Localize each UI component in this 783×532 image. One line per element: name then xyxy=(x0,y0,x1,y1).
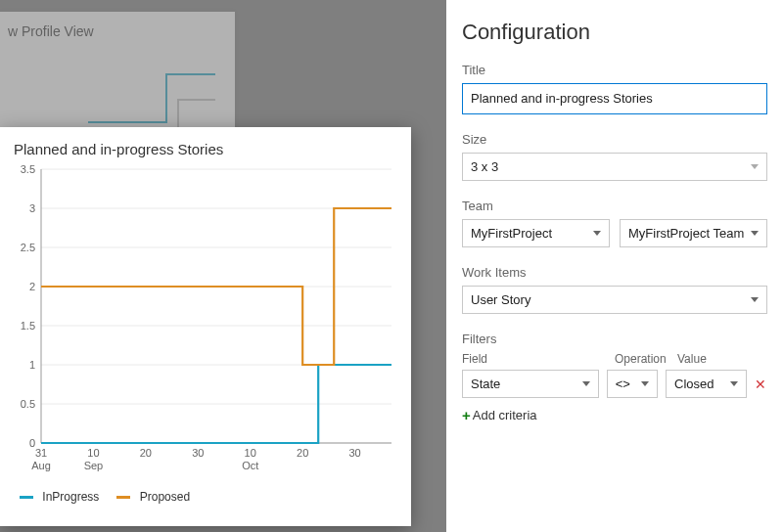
team-project-select[interactable]: MyFirstProject xyxy=(462,219,610,247)
add-criteria-button[interactable]: + Add criteria xyxy=(462,408,537,422)
chevron-down-icon xyxy=(730,381,738,386)
svg-text:Oct: Oct xyxy=(242,460,258,471)
chevron-down-icon xyxy=(641,381,649,386)
chevron-down-icon xyxy=(582,381,590,386)
svg-text:30: 30 xyxy=(192,447,204,459)
chevron-down-icon xyxy=(751,164,759,169)
panel-heading: Configuration xyxy=(462,20,767,45)
svg-text:2.5: 2.5 xyxy=(21,242,35,253)
configuration-panel: Configuration Title Size 3 x 3 Team MyFi… xyxy=(446,0,783,532)
filters-col-operation: Operation xyxy=(615,352,668,366)
legend-item-proposed: Proposed xyxy=(116,490,190,504)
svg-text:1: 1 xyxy=(29,359,35,371)
filter-value-select[interactable]: Closed xyxy=(666,370,747,398)
filter-operation-value: <> xyxy=(616,377,630,391)
title-field-group: Title xyxy=(462,63,767,114)
size-select[interactable]: 3 x 3 xyxy=(462,153,767,181)
svg-text:30: 30 xyxy=(348,447,360,459)
title-input[interactable] xyxy=(462,83,767,114)
legend-label-inprogress: InProgress xyxy=(42,490,99,504)
chevron-down-icon xyxy=(751,231,759,236)
chart-area: 00.511.522.533.531Aug10Sep203010Oct2030 xyxy=(14,163,397,482)
svg-text:10: 10 xyxy=(245,447,256,459)
size-label: Size xyxy=(462,132,767,147)
svg-text:31: 31 xyxy=(35,447,47,459)
filter-row: State <> Closed ✕ xyxy=(462,370,767,398)
filter-value-value: Closed xyxy=(674,377,714,391)
svg-text:20: 20 xyxy=(297,447,308,459)
team-field-group: Team MyFirstProject MyFirstProject Team xyxy=(462,199,767,247)
filters-group: Filters Field Operation Value State <> C… xyxy=(462,332,767,424)
legend-label-proposed: Proposed xyxy=(140,490,190,504)
filters-label: Filters xyxy=(462,332,767,346)
line-chart: 00.511.522.533.531Aug10Sep203010Oct2030 xyxy=(14,163,397,482)
team-project-value: MyFirstProject xyxy=(471,226,552,241)
filter-field-select[interactable]: State xyxy=(462,370,599,398)
workitems-value: User Story xyxy=(471,292,530,307)
team-label: Team xyxy=(462,199,767,213)
svg-text:3.5: 3.5 xyxy=(21,163,35,175)
svg-text:10: 10 xyxy=(87,447,99,459)
size-field-group: Size 3 x 3 xyxy=(462,132,767,181)
svg-text:3: 3 xyxy=(29,202,35,214)
title-label: Title xyxy=(462,63,767,77)
widget-preview-card: Planned and in-progress Stories 00.511.5… xyxy=(0,127,411,526)
dashboard-area: w Profile View Planned and in-progress S… xyxy=(0,0,446,532)
preview-chart-title: Planned and in-progress Stories xyxy=(14,141,397,157)
team-name-select[interactable]: MyFirstProject Team xyxy=(620,219,767,247)
filter-operation-select[interactable]: <> xyxy=(607,370,658,398)
team-name-value: MyFirstProject Team xyxy=(628,226,744,241)
svg-text:0.5: 0.5 xyxy=(21,398,35,410)
svg-text:1.5: 1.5 xyxy=(21,320,35,332)
legend-item-inprogress: InProgress xyxy=(20,490,99,504)
svg-text:Sep: Sep xyxy=(84,460,104,471)
remove-filter-button[interactable]: ✕ xyxy=(755,377,767,392)
chevron-down-icon xyxy=(751,297,759,302)
workitems-label: Work Items xyxy=(462,265,767,280)
svg-text:20: 20 xyxy=(140,447,152,459)
size-select-value: 3 x 3 xyxy=(471,159,498,174)
filter-field-value: State xyxy=(471,377,500,391)
svg-text:Aug: Aug xyxy=(31,460,51,471)
workitems-field-group: Work Items User Story xyxy=(462,265,767,314)
chevron-down-icon xyxy=(593,231,601,236)
filters-columns-header: Field Operation Value xyxy=(462,352,767,366)
plus-icon: + xyxy=(462,409,471,421)
filters-col-field: Field xyxy=(462,352,605,366)
svg-text:2: 2 xyxy=(29,281,35,292)
legend-swatch-inprogress xyxy=(20,496,33,499)
chart-legend: InProgress Proposed xyxy=(14,490,397,504)
add-criteria-label: Add criteria xyxy=(473,408,537,422)
workitems-select[interactable]: User Story xyxy=(462,286,767,314)
filters-col-value: Value xyxy=(677,352,767,366)
legend-swatch-proposed xyxy=(116,496,130,499)
